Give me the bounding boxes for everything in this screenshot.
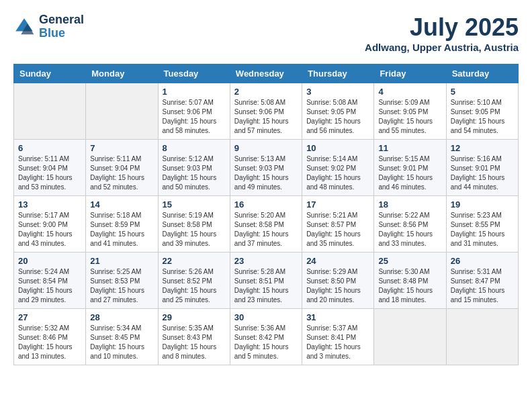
- calendar-cell: 21Sunrise: 5:25 AM Sunset: 8:53 PM Dayli…: [86, 253, 158, 309]
- calendar-cell: 26Sunrise: 5:31 AM Sunset: 8:47 PM Dayli…: [446, 253, 518, 309]
- calendar-week-row: 6Sunrise: 5:11 AM Sunset: 9:04 PM Daylig…: [14, 140, 519, 196]
- day-info: Sunrise: 5:32 AM Sunset: 8:46 PM Dayligh…: [18, 324, 81, 361]
- day-info: Sunrise: 5:21 AM Sunset: 8:57 PM Dayligh…: [306, 211, 369, 248]
- calendar-cell: [14, 83, 86, 140]
- day-number: 1: [163, 87, 226, 97]
- day-header-wednesday: Wednesday: [230, 64, 302, 83]
- logo-line2: Blue: [39, 27, 84, 40]
- calendar-cell: 17Sunrise: 5:21 AM Sunset: 8:57 PM Dayli…: [302, 196, 374, 253]
- day-number: 9: [234, 143, 298, 153]
- calendar-cell: 16Sunrise: 5:20 AM Sunset: 8:58 PM Dayli…: [230, 196, 302, 253]
- calendar-header-row: SundayMondayTuesdayWednesdayThursdayFrid…: [14, 64, 519, 83]
- day-info: Sunrise: 5:13 AM Sunset: 9:03 PM Dayligh…: [234, 154, 298, 192]
- calendar-cell: 12Sunrise: 5:16 AM Sunset: 9:01 PM Dayli…: [446, 140, 518, 196]
- day-number: 18: [378, 199, 441, 210]
- calendar-cell: 30Sunrise: 5:36 AM Sunset: 8:42 PM Dayli…: [230, 309, 302, 365]
- calendar-cell: 2Sunrise: 5:08 AM Sunset: 9:06 PM Daylig…: [230, 83, 302, 140]
- calendar-cell: 29Sunrise: 5:35 AM Sunset: 8:43 PM Dayli…: [158, 309, 230, 365]
- logo: General Blue: [13, 13, 84, 40]
- day-info: Sunrise: 5:24 AM Sunset: 8:54 PM Dayligh…: [18, 267, 81, 305]
- calendar-cell: 11Sunrise: 5:15 AM Sunset: 9:01 PM Dayli…: [374, 140, 446, 196]
- day-info: Sunrise: 5:17 AM Sunset: 9:00 PM Dayligh…: [18, 211, 81, 248]
- day-number: 8: [163, 143, 226, 153]
- day-number: 6: [18, 143, 81, 153]
- day-number: 17: [306, 199, 369, 210]
- calendar-cell: 7Sunrise: 5:11 AM Sunset: 9:04 PM Daylig…: [86, 140, 158, 196]
- calendar-cell: 8Sunrise: 5:12 AM Sunset: 9:03 PM Daylig…: [158, 140, 230, 196]
- calendar-cell: [374, 309, 446, 365]
- calendar-cell: 5Sunrise: 5:10 AM Sunset: 9:05 PM Daylig…: [446, 83, 518, 140]
- day-number: 24: [306, 256, 369, 266]
- day-header-tuesday: Tuesday: [158, 64, 230, 83]
- calendar-cell: 1Sunrise: 5:07 AM Sunset: 9:06 PM Daylig…: [158, 83, 230, 140]
- calendar-cell: 3Sunrise: 5:08 AM Sunset: 9:05 PM Daylig…: [302, 83, 374, 140]
- day-number: 28: [90, 312, 153, 322]
- day-info: Sunrise: 5:36 AM Sunset: 8:42 PM Dayligh…: [234, 324, 298, 361]
- calendar-cell: 15Sunrise: 5:19 AM Sunset: 8:58 PM Dayli…: [158, 196, 230, 253]
- logo-line1: General: [39, 13, 84, 27]
- calendar-cell: 18Sunrise: 5:22 AM Sunset: 8:56 PM Dayli…: [374, 196, 446, 253]
- day-number: 19: [451, 199, 514, 210]
- calendar-cell: 23Sunrise: 5:28 AM Sunset: 8:51 PM Dayli…: [230, 253, 302, 309]
- day-info: Sunrise: 5:14 AM Sunset: 9:02 PM Dayligh…: [306, 154, 369, 192]
- day-info: Sunrise: 5:07 AM Sunset: 9:06 PM Dayligh…: [163, 98, 226, 136]
- calendar-cell: 22Sunrise: 5:26 AM Sunset: 8:52 PM Dayli…: [158, 253, 230, 309]
- day-info: Sunrise: 5:34 AM Sunset: 8:45 PM Dayligh…: [90, 324, 153, 361]
- day-info: Sunrise: 5:30 AM Sunset: 8:48 PM Dayligh…: [378, 267, 441, 305]
- day-info: Sunrise: 5:37 AM Sunset: 8:41 PM Dayligh…: [306, 324, 369, 361]
- calendar-cell: 25Sunrise: 5:30 AM Sunset: 8:48 PM Dayli…: [374, 253, 446, 309]
- calendar-cell: 20Sunrise: 5:24 AM Sunset: 8:54 PM Dayli…: [14, 253, 86, 309]
- calendar-week-row: 27Sunrise: 5:32 AM Sunset: 8:46 PM Dayli…: [14, 309, 519, 365]
- calendar-cell: [86, 83, 158, 140]
- day-header-thursday: Thursday: [302, 64, 374, 83]
- calendar-cell: 31Sunrise: 5:37 AM Sunset: 8:41 PM Dayli…: [302, 309, 374, 365]
- day-info: Sunrise: 5:12 AM Sunset: 9:03 PM Dayligh…: [163, 154, 226, 192]
- title-block: July 2025 Adlwang, Upper Austria, Austri…: [365, 13, 519, 53]
- day-info: Sunrise: 5:23 AM Sunset: 8:55 PM Dayligh…: [451, 211, 514, 248]
- day-info: Sunrise: 5:25 AM Sunset: 8:53 PM Dayligh…: [90, 267, 153, 305]
- day-info: Sunrise: 5:15 AM Sunset: 9:01 PM Dayligh…: [378, 154, 441, 192]
- day-info: Sunrise: 5:22 AM Sunset: 8:56 PM Dayligh…: [378, 211, 441, 248]
- day-number: 5: [451, 87, 514, 97]
- day-number: 31: [306, 312, 369, 322]
- day-info: Sunrise: 5:26 AM Sunset: 8:52 PM Dayligh…: [163, 267, 226, 305]
- day-info: Sunrise: 5:08 AM Sunset: 9:06 PM Dayligh…: [234, 98, 298, 136]
- day-info: Sunrise: 5:08 AM Sunset: 9:05 PM Dayligh…: [306, 98, 369, 136]
- day-info: Sunrise: 5:28 AM Sunset: 8:51 PM Dayligh…: [234, 267, 298, 305]
- day-number: 11: [378, 143, 441, 153]
- page-header: General Blue July 2025 Adlwang, Upper Au…: [13, 13, 519, 53]
- month-title: July 2025: [365, 13, 519, 42]
- day-number: 4: [378, 87, 441, 97]
- calendar-cell: 28Sunrise: 5:34 AM Sunset: 8:45 PM Dayli…: [86, 309, 158, 365]
- day-info: Sunrise: 5:31 AM Sunset: 8:47 PM Dayligh…: [451, 267, 514, 305]
- calendar-cell: 10Sunrise: 5:14 AM Sunset: 9:02 PM Dayli…: [302, 140, 374, 196]
- calendar-week-row: 1Sunrise: 5:07 AM Sunset: 9:06 PM Daylig…: [14, 83, 519, 140]
- day-number: 21: [90, 256, 153, 266]
- day-number: 10: [306, 143, 369, 153]
- calendar-week-row: 20Sunrise: 5:24 AM Sunset: 8:54 PM Dayli…: [14, 253, 519, 309]
- day-info: Sunrise: 5:29 AM Sunset: 8:50 PM Dayligh…: [306, 267, 369, 305]
- day-header-friday: Friday: [374, 64, 446, 83]
- day-info: Sunrise: 5:20 AM Sunset: 8:58 PM Dayligh…: [234, 211, 298, 248]
- day-number: 23: [234, 256, 298, 266]
- calendar-cell: 9Sunrise: 5:13 AM Sunset: 9:03 PM Daylig…: [230, 140, 302, 196]
- day-header-monday: Monday: [86, 64, 158, 83]
- day-number: 7: [90, 143, 153, 153]
- day-number: 20: [18, 256, 81, 266]
- day-number: 3: [306, 87, 369, 97]
- day-info: Sunrise: 5:16 AM Sunset: 9:01 PM Dayligh…: [451, 154, 514, 192]
- day-header-saturday: Saturday: [446, 64, 518, 83]
- day-number: 29: [163, 312, 226, 322]
- calendar-cell: 14Sunrise: 5:18 AM Sunset: 8:59 PM Dayli…: [86, 196, 158, 253]
- day-info: Sunrise: 5:11 AM Sunset: 9:04 PM Dayligh…: [18, 154, 81, 192]
- calendar-cell: 24Sunrise: 5:29 AM Sunset: 8:50 PM Dayli…: [302, 253, 374, 309]
- day-number: 13: [18, 199, 81, 210]
- day-number: 25: [378, 256, 441, 266]
- calendar-cell: 27Sunrise: 5:32 AM Sunset: 8:46 PM Dayli…: [14, 309, 86, 365]
- calendar-week-row: 13Sunrise: 5:17 AM Sunset: 9:00 PM Dayli…: [14, 196, 519, 253]
- calendar-cell: 13Sunrise: 5:17 AM Sunset: 9:00 PM Dayli…: [14, 196, 86, 253]
- day-header-sunday: Sunday: [14, 64, 86, 83]
- day-number: 30: [234, 312, 298, 322]
- calendar-body: 1Sunrise: 5:07 AM Sunset: 9:06 PM Daylig…: [14, 83, 519, 365]
- logo-icon: [13, 16, 35, 38]
